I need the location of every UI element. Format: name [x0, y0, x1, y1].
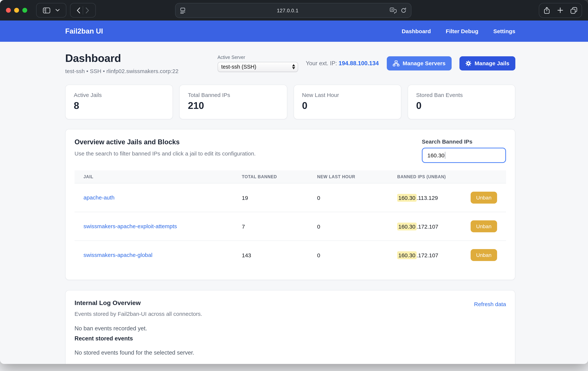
internal-log-card: Internal Log Overview Events stored by F… [65, 290, 515, 364]
stat-label: Stored Ban Events [416, 92, 507, 98]
forward-button[interactable] [83, 3, 92, 17]
jail-link[interactable]: swissmakers-apache-global [84, 252, 152, 258]
external-ip-value[interactable]: 194.88.100.134 [339, 60, 379, 66]
search-label: Search Banned IPs [422, 138, 506, 145]
stat-value: 210 [188, 100, 279, 111]
browser-toolbar: 127.0.0.1 A [0, 0, 588, 21]
table-row: swissmakers-apache-exploit-attempts 7 0 … [74, 212, 506, 241]
manage-jails-label: Manage Jails [474, 60, 509, 66]
table-row: swissmakers-apache-global 143 0 160.30.1… [74, 241, 506, 269]
sitemap-icon [393, 60, 399, 66]
external-ip: Your ext. IP: 194.88.100.134 [306, 60, 379, 66]
jail-link[interactable]: apache-auth [84, 194, 115, 201]
translate-icon[interactable]: A [390, 7, 397, 14]
manage-servers-label: Manage Servers [403, 60, 445, 66]
sidebar-icon [43, 7, 50, 13]
url-text: 127.0.0.1 [186, 8, 390, 13]
ip-highlight: 160.30 [397, 222, 417, 230]
nav-link-settings[interactable]: Settings [493, 28, 515, 34]
page-header: Dashboard test-ssh • SSH • rlinfp02.swis… [65, 52, 515, 74]
total-banned-cell: 7 [242, 223, 317, 229]
toolbar-right-group [539, 3, 582, 18]
overview-card: Overview active Jails and Blocks Use the… [65, 129, 515, 280]
back-button[interactable] [74, 3, 83, 17]
text-cursor [445, 152, 445, 159]
table-header-row: JAIL TOTAL BANNED NEW LAST HOUR BANNED I… [74, 170, 506, 184]
recent-stored-events-title: Recent stored events [74, 335, 506, 342]
stat-label: New Last Hour [302, 92, 393, 98]
active-server-value: test-ssh (SSH) [221, 64, 292, 70]
no-stored-events-text: No stored events found for the selected … [74, 349, 506, 356]
search-input-value: 160.30 [427, 152, 444, 158]
log-title: Internal Log Overview [74, 299, 202, 307]
overview-description: Use the search to filter banned IPs and … [74, 150, 256, 157]
banned-ip: 160.30.113.129 [397, 195, 438, 201]
manage-jails-button[interactable]: Manage Jails [459, 56, 515, 70]
column-header-new-last-hour: NEW LAST HOUR [317, 175, 397, 179]
nav-link-dashboard[interactable]: Dashboard [402, 28, 431, 34]
active-server-select[interactable]: test-ssh (SSH) [217, 62, 298, 72]
banned-ip: 160.30.172.107 [397, 223, 438, 229]
stat-label: Active Jails [74, 92, 165, 98]
page-format-icon[interactable] [180, 7, 186, 14]
minimize-window-button[interactable] [14, 8, 19, 13]
stat-value: 8 [74, 100, 165, 111]
stat-label: Total Banned IPs [188, 92, 279, 98]
table-row: apache-auth 19 0 160.30.113.129 Unban [74, 184, 506, 212]
refresh-data-link[interactable]: Refresh data [474, 301, 506, 307]
ip-rest: .172.107 [417, 223, 438, 229]
stat-card-active-jails: Active Jails 8 [65, 85, 173, 119]
column-header-total-banned: TOTAL BANNED [242, 175, 317, 179]
column-header-banned-ips: BANNED IPS (UNBAN) [397, 175, 446, 179]
page-subtitle: test-ssh • SSH • rlinfp02.swissmakers.co… [65, 68, 178, 74]
history-nav-group [70, 3, 96, 18]
unban-button[interactable]: Unban [471, 249, 497, 261]
overview-title: Overview active Jails and Blocks [74, 138, 256, 146]
sidebar-dropdown-button[interactable] [53, 3, 62, 17]
jail-link[interactable]: swissmakers-apache-exploit-attempts [84, 223, 177, 229]
ip-highlight: 160.30 [397, 194, 417, 202]
tabs-overview-icon[interactable] [570, 7, 577, 14]
share-icon[interactable] [544, 7, 550, 14]
active-server-group: Active Server test-ssh (SSH) [217, 55, 298, 72]
external-ip-label: Your ext. IP: [306, 60, 337, 66]
ip-rest: .113.129 [417, 195, 438, 201]
close-window-button[interactable] [6, 8, 11, 13]
fullscreen-window-button[interactable] [22, 8, 27, 13]
unban-button[interactable]: Unban [471, 192, 497, 204]
svg-text:A: A [391, 8, 393, 11]
sidebar-button-group [36, 3, 66, 18]
browser-window: 127.0.0.1 A [0, 0, 588, 364]
ip-rest: .172.107 [417, 252, 438, 258]
stat-card-new-last-hour: New Last Hour 0 [294, 85, 401, 119]
ip-highlight: 160.30 [397, 251, 417, 259]
screen: 127.0.0.1 A [0, 0, 588, 371]
select-arrows-icon [292, 64, 295, 69]
sidebar-toggle-button[interactable] [40, 3, 53, 17]
new-last-hour-cell: 0 [317, 252, 397, 258]
unban-button[interactable]: Unban [471, 220, 497, 232]
nav-link-filter-debug[interactable]: Filter Debug [446, 28, 478, 34]
search-banned-ips-input[interactable]: 160.30 [422, 148, 506, 163]
manage-servers-button[interactable]: Manage Servers [387, 56, 452, 70]
page-content: Dashboard test-ssh • SSH • rlinfp02.swis… [0, 42, 588, 364]
page-title: Dashboard [65, 52, 178, 65]
stat-cards: Active Jails 8 Total Banned IPs 210 New … [65, 85, 515, 119]
address-bar[interactable]: 127.0.0.1 A [175, 3, 411, 18]
stat-value: 0 [302, 100, 393, 111]
stat-card-total-banned: Total Banned IPs 210 [179, 85, 287, 119]
log-description: Events stored by Fail2ban-UI across all … [74, 311, 202, 317]
app-brand[interactable]: Fail2ban UI [65, 27, 103, 35]
chevron-down-icon [55, 9, 60, 11]
search-block: Search Banned IPs 160.30 [422, 138, 506, 163]
reload-icon[interactable] [400, 8, 407, 13]
active-server-label: Active Server [217, 55, 298, 60]
total-banned-cell: 143 [242, 252, 317, 258]
nav-links: Dashboard Filter Debug Settings [402, 28, 515, 34]
new-last-hour-cell: 0 [317, 195, 397, 201]
new-tab-icon[interactable] [557, 8, 563, 13]
banned-ip: 160.30.172.107 [397, 252, 438, 258]
stat-card-stored-ban-events: Stored Ban Events 0 [408, 85, 515, 119]
traffic-lights [6, 8, 27, 13]
no-ban-events-text: No ban events recorded yet. [74, 325, 506, 332]
